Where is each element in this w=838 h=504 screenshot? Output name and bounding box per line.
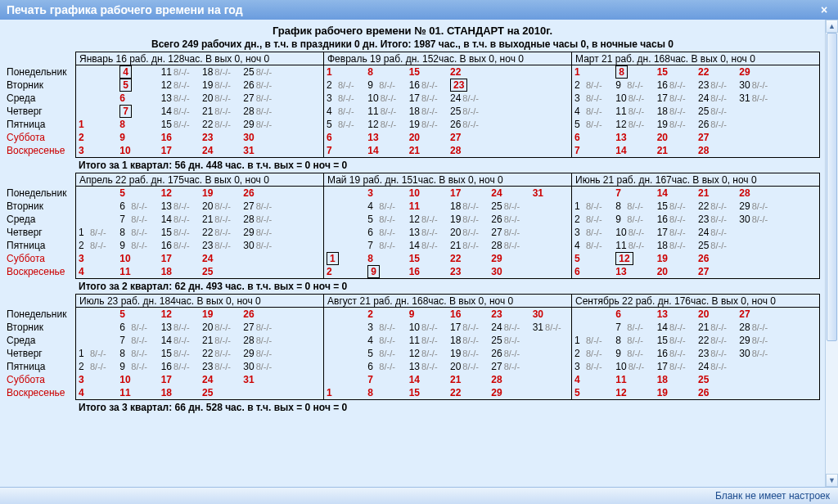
day-number: 9 [367,265,380,278]
day-number: 27 [243,200,254,212]
day-number: 20 [450,361,461,372]
day-cell: 268/-/- [489,213,529,226]
day-cell: 13 [613,265,654,278]
hours-label: 8/-/- [710,214,727,224]
day-cell [778,239,819,252]
day-number: 28 [739,187,750,199]
month-header: Июнь 21 раб. дн. 167час. В вых 0, ноч 0 [572,173,819,187]
day-number: 14 [657,187,668,199]
day-cell: 28 [448,144,489,157]
day-cell: 5 [117,187,158,200]
close-icon[interactable]: × [817,3,831,16]
window: Печать графика рабочего времени на год ×… [0,0,838,504]
day-cell: 138/-/- [159,321,200,334]
day-number: 6 [367,227,377,238]
month-header: Сентябрь 22 раб. дн. 176час. В вых 0, но… [572,295,819,308]
hours-label: 8/-/- [214,93,231,103]
day-cell: 118/-/- [613,105,654,118]
day-number: 8 [119,227,129,238]
day-cell: 25 [696,373,737,386]
day-number: 23 [450,79,467,92]
day-cell: 188/-/- [200,65,241,79]
day-cell: 138/-/- [159,92,200,105]
day-cell: 10 [407,187,448,200]
day-number: 12 [161,79,172,91]
day-number: 8 [367,253,377,264]
day-number: 9 [119,240,129,251]
day-number: 9 [119,361,129,372]
day-number: 24 [202,253,213,264]
day-cell: 238/-/- [696,79,737,92]
day-number: 20 [409,132,420,143]
hours-label: 8/-/- [338,80,354,90]
day-cell: 15 [407,65,448,79]
day-cell: 68/-/- [365,360,406,373]
month-block: Июль 23 раб. дн. 184час. В вых 0, ноч 01… [75,294,323,400]
day-cell: 208/-/- [200,200,241,213]
hours-label: 8/-/- [173,93,190,103]
month-grid: 18/-/-28/-/-34568/-/-78/-/-88/-/-98/-/-1… [76,308,323,399]
day-number: 2 [574,214,584,225]
day-cell: 38/-/- [572,92,613,105]
day-cell [778,334,819,347]
day-number: 24 [450,92,461,104]
day-cell: 17 [159,373,200,386]
day-cell: 7 [117,105,158,118]
dow-column: ПонедельникВторникСредаЧетвергПятницаСуб… [5,52,75,158]
month-grid: 18/-/-28/-/-34568/-/-78/-/-88/-/-98/-/-1… [76,187,323,278]
day-cell: 88/-/- [613,200,654,213]
hours-label: 8/-/- [627,322,643,332]
day-cell: 48/-/- [365,200,406,213]
day-cell: 108/-/- [407,321,448,334]
hours-label: 8/-/- [379,214,395,224]
day-cell: 22 [448,252,489,265]
day-cell: 278/-/- [489,226,529,239]
day-number: 27 [491,227,502,238]
day-cell: 29 [489,386,529,399]
dow-label: Четверг [5,105,75,118]
hours-label: 8/-/- [421,322,438,332]
day-cell [530,239,571,252]
scroll-down-icon[interactable]: ▼ [826,474,838,487]
dow-label: Четверг [5,347,75,360]
day-cell: 38/-/- [324,92,365,105]
dow-column: ПонедельникВторникСредаЧетвергПятницаСуб… [5,294,75,400]
day-cell [324,239,365,252]
day-number: 5 [574,387,584,398]
day-cell: 24 [200,373,241,386]
day-number: 30 [243,132,254,143]
scroll-thumb[interactable] [827,33,837,341]
day-cell: 308/-/- [241,239,282,252]
day-cell [282,187,323,200]
scroll-up-icon[interactable]: ▲ [826,20,838,33]
day-cell: 128/-/- [159,79,200,92]
day-cell: 8 [365,65,406,79]
day-number: 25 [698,106,709,117]
day-cell: 28/-/- [76,360,117,373]
dow-label: Суббота [5,131,75,144]
hours-label: 8/-/- [421,335,438,345]
day-number: 6 [119,322,129,333]
day-cell [530,213,571,226]
scroll-track[interactable] [826,33,838,474]
day-cell: 158/-/- [159,118,200,131]
day-number: 7 [327,145,336,156]
dow-label: Четверг [5,226,75,239]
day-cell [282,386,323,399]
hours-label: 8/-/- [256,335,273,345]
day-cell [282,334,323,347]
day-number: 7 [119,214,129,225]
day-number: 2 [79,132,88,143]
day-cell: 7 [365,373,406,386]
day-cell: 19 [200,187,241,200]
day-cell: 258/-/- [696,239,737,252]
day-number: 10 [409,187,420,199]
hours-label: 8/-/- [710,362,727,371]
hours-label: 8/-/- [462,214,479,224]
day-number: 30 [243,240,254,251]
day-number: 17 [161,253,172,264]
hours-label: 8/-/- [214,335,231,345]
vertical-scrollbar[interactable]: ▲ ▼ [825,20,838,487]
hours-label: 8/-/- [669,362,686,371]
day-cell: 16 [159,131,200,144]
